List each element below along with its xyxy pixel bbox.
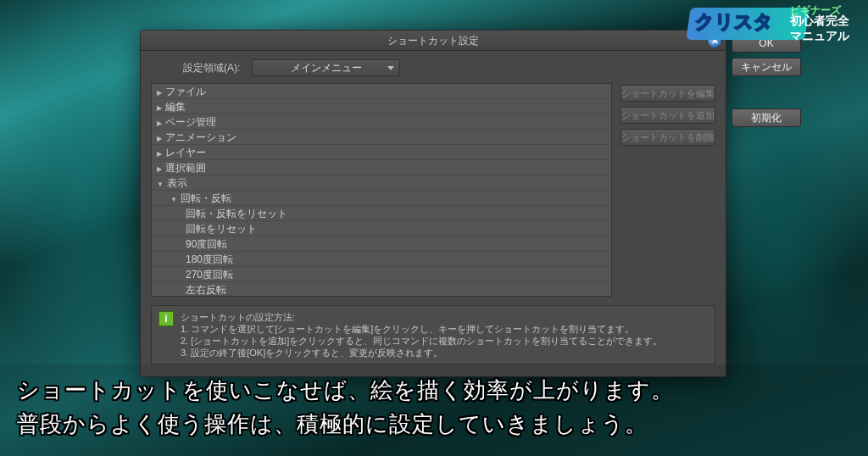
- brand-logo: クリスタ ビギナーズ 初心者完全マニュアル: [688, 2, 858, 46]
- tree-item-select[interactable]: 選択範囲: [152, 160, 611, 175]
- subtitle-overlay: ショートカットを使いこなせば、絵を描く効率が上がります。 普段からよく使う操作は…: [0, 364, 868, 456]
- info-heading: ショートカットの設定方法:: [181, 311, 662, 323]
- subtitle-line-1: ショートカットを使いこなせば、絵を描く効率が上がります。: [17, 373, 851, 407]
- logo-brand-text: クリスタ: [695, 9, 773, 35]
- cancel-button[interactable]: キャンセル: [732, 58, 801, 76]
- shortcut-action-buttons: ショートカットを編集 ショートカットを追加 ショートカットを削除: [620, 83, 715, 297]
- dialog-right-buttons: OK キャンセル 初期化: [732, 34, 801, 127]
- tree-item-rotate-reset[interactable]: 回転・反転をリセット: [152, 206, 611, 221]
- tree-item-view[interactable]: 表示: [152, 175, 611, 191]
- tree-item-edit[interactable]: 編集: [152, 99, 611, 114]
- tree-item-rot270[interactable]: 270度回転: [152, 267, 611, 282]
- tree-item-rot-reset2[interactable]: 回転をリセット: [152, 221, 611, 236]
- tree-item-rot90[interactable]: 90度回転: [152, 236, 611, 252]
- info-line-2: 2. [ショートカットを追加]をクリックすると、同じコマンドに複数のショートカッ…: [181, 335, 662, 347]
- tree-item-file[interactable]: ファイル: [152, 84, 611, 99]
- info-line-3: 3. 設定の終了後[OK]をクリックすると、変更が反映されます。: [181, 347, 662, 359]
- reset-button[interactable]: 初期化: [732, 108, 801, 127]
- logo-tag-main: 初心者完全マニュアル: [790, 14, 849, 44]
- dialog-titlebar[interactable]: ショートカット設定 ✕: [141, 31, 726, 51]
- tree-item-page[interactable]: ページ管理: [152, 114, 611, 130]
- setting-area-dropdown[interactable]: メインメニュー: [252, 59, 400, 76]
- chevron-down-icon: [387, 66, 394, 70]
- dropdown-value: メインメニュー: [291, 61, 362, 75]
- command-tree[interactable]: ファイル 編集 ページ管理 アニメーション レイヤー 選択範囲 表示 回転・反転…: [151, 83, 612, 297]
- setting-area-label: 設定領域(A):: [183, 61, 240, 75]
- info-text: ショートカットの設定方法: 1. コマンドを選択して[ショートカットを編集]をク…: [181, 311, 662, 359]
- tree-item-layer[interactable]: レイヤー: [152, 145, 611, 160]
- add-shortcut-button[interactable]: ショートカットを追加: [620, 107, 715, 124]
- dialog-title: ショートカット設定: [387, 35, 479, 47]
- edit-shortcut-button[interactable]: ショートカットを編集: [620, 85, 715, 102]
- main-area: ファイル 編集 ページ管理 アニメーション レイヤー 選択範囲 表示 回転・反転…: [141, 83, 726, 297]
- subtitle-line-2: 普段からよく使う操作は、積極的に設定していきましょう。: [17, 407, 851, 441]
- tree-item-rot180[interactable]: 180度回転: [152, 252, 611, 267]
- info-line-1: 1. コマンドを選択して[ショートカットを編集]をクリックし、キーを押してショー…: [181, 323, 662, 335]
- info-box: i ショートカットの設定方法: 1. コマンドを選択して[ショートカットを編集]…: [151, 305, 715, 364]
- spacer: [732, 81, 801, 103]
- tree-item-fliph[interactable]: 左右反転: [152, 282, 611, 297]
- info-icon: i: [159, 311, 174, 326]
- delete-shortcut-button[interactable]: ショートカットを削除: [620, 129, 715, 146]
- shortcut-settings-dialog: ショートカット設定 ✕ 設定領域(A): メインメニュー ファイル 編集 ページ…: [140, 30, 726, 377]
- tree-item-rotate[interactable]: 回転・反転: [152, 191, 611, 206]
- top-controls-row: 設定領域(A): メインメニュー: [141, 51, 726, 83]
- tree-item-anim[interactable]: アニメーション: [152, 130, 611, 145]
